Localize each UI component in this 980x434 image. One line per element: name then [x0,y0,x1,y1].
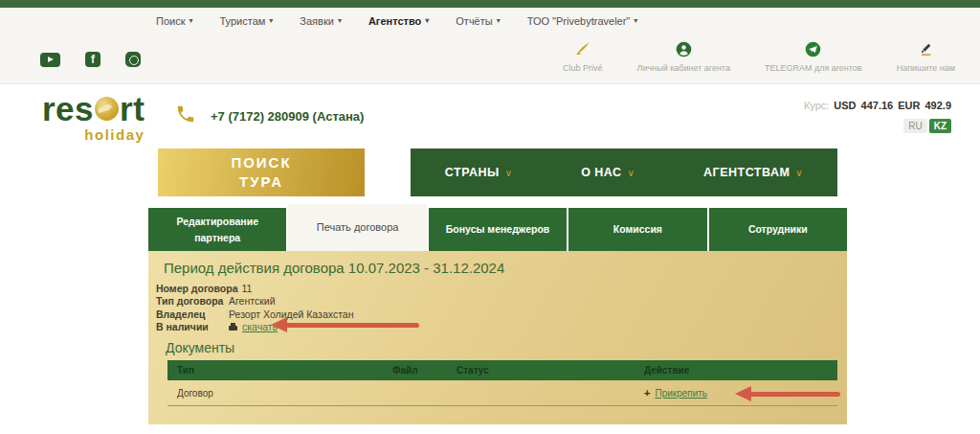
brand-name: res rt [42,92,145,126]
lang-kz-button[interactable]: KZ [929,119,951,133]
pencil-icon [918,40,933,57]
lang-ru-button[interactable]: RU [903,119,926,133]
topnav-item-reports[interactable]: Отчёты ▾ [456,15,500,27]
top-navigation: Поиск ▾ Туристам ▾ Заявки ▾ Агентство ▾ … [156,15,637,27]
chevron-down-icon: ∨ [628,168,635,178]
phone-icon [175,103,196,128]
instagram-icon[interactable] [125,52,141,67]
topnav-item-label: ТОО "Privebytraveler" [527,15,631,27]
logo-palm-icon [95,97,119,121]
menu-item-countries[interactable]: СТРАНЫ ∨ [445,166,513,179]
rates-usd-currency: USD [834,100,856,111]
chevron-down-icon: ▾ [425,17,429,25]
printer-icon [229,323,237,331]
column-header-type: Тип [177,365,392,376]
header: Поиск ▾ Туристам ▾ Заявки ▾ Агентство ▾ … [0,8,980,84]
attach-link[interactable]: Прикрепить [655,388,707,399]
tour-search-line2: ТУРА [239,172,283,192]
facebook-icon[interactable] [85,52,100,67]
brand-name-part2: rt [120,92,145,126]
quicklink-label: TELEGRAM для агентов [765,63,862,73]
rates-eur-currency: EUR [898,100,920,111]
quick-links: Club Privé Личный кабинет агента TELEGRA… [563,40,955,73]
brand-tagline: holiday [84,126,145,143]
topnav-item-label: Отчёты [456,15,492,27]
annotation-arrow-attach [735,386,840,401]
currency-rates: Курс: USD 447.16 EUR 492.9 [804,100,951,111]
user-circle-icon [676,40,692,57]
tab-commission[interactable]: Комиссия [568,208,706,251]
chevron-down-icon: ▾ [497,17,501,25]
chevron-down-icon: ∨ [505,168,513,178]
brand-logo[interactable]: res rt holiday [42,92,145,143]
quicklink-agent-cabinet[interactable]: Личный кабинет агента [637,40,730,73]
tab-employees[interactable]: Сотрудники [709,208,847,251]
contract-availability-label: В наличии [156,321,229,332]
menu-item-label: СТРАНЫ [445,166,500,179]
chevron-down-icon: ▾ [269,17,273,25]
contact-phone[interactable]: +7 (7172) 280909 (Астана) [175,103,364,128]
menu-item-label: О НАС [581,166,621,179]
contract-type-label: Тип договора [156,295,229,307]
contract-number-label: Номер договора [156,283,242,294]
partner-tabs: Редактирование партнера Печать договора … [148,208,847,251]
topnav-item-requests[interactable]: Заявки ▾ [300,15,342,27]
topnav-item-agency[interactable]: Агентство ▾ [368,15,429,27]
rates-usd-value: 447.16 [861,100,894,111]
contract-owner-label: Владелец [156,308,229,320]
topnav-item-label: Туристам [220,15,266,27]
chevron-down-icon: ▾ [338,17,342,25]
language-switcher: RU KZ [903,119,951,133]
annotation-arrow-download [271,317,419,332]
rates-eur-value: 492.9 [924,100,951,111]
youtube-icon[interactable] [40,53,60,67]
topnav-item-label: Поиск [156,15,185,27]
tab-manager-bonuses[interactable]: Бонусы менеджеров [429,208,567,251]
phone-number: +7 (7172) 280909 (Астана) [211,109,364,124]
column-header-action: Действие [644,365,828,376]
quicklink-write-us[interactable]: Напишите нам [897,40,955,73]
plus-icon: + [644,387,650,399]
contract-panel: Период действия договора 10.07.2023 - 31… [148,251,847,424]
brand-name-part1: res [42,92,94,126]
chevron-down-icon: ∨ [795,168,803,178]
quicklink-club-prive[interactable]: Club Privé [563,40,603,73]
documents-table-header: Тип Файл Статус Действие [167,360,837,380]
contract-period-title: Период действия договора 10.07.2023 - 31… [164,260,504,276]
menu-item-agencies[interactable]: АГЕНТСТВАМ ∨ [703,166,803,179]
quicklink-label: Напишите нам [897,63,955,73]
main-menu: СТРАНЫ ∨ О НАС ∨ АГЕНТСТВАМ ∨ [411,148,837,196]
contract-number-value: 11 [242,283,253,294]
tour-search-line1: ПОИСК [231,153,291,172]
topnav-item-tourists[interactable]: Туристам ▾ [220,15,274,27]
menu-item-label: АГЕНТСТВАМ [703,166,790,179]
contract-type-row: Тип договора Агентский [156,295,353,308]
topnav-item-search[interactable]: Поиск ▾ [156,15,193,27]
quicklink-label: Личный кабинет агента [637,63,730,73]
social-links [40,52,141,67]
topnav-item-label: Заявки [300,15,334,27]
contract-number-row: Номер договора 11 [156,282,353,295]
tab-print-contract[interactable]: Печать договора [288,204,426,251]
rates-label: Курс: [804,100,829,111]
menu-item-about[interactable]: О НАС ∨ [581,166,635,179]
top-green-bar [0,0,980,8]
chevron-down-icon: ▾ [189,17,192,25]
tour-search-button[interactable]: ПОИСК ТУРА [158,148,365,196]
quicklink-label: Club Privé [563,63,603,73]
topnav-item-label: Агентство [368,15,421,27]
chevron-down-icon: ▾ [634,17,637,25]
arrow-shaft [749,392,840,397]
column-header-file: Файл [392,365,457,376]
topnav-item-company[interactable]: ТОО "Privebytraveler" ▾ [527,15,638,27]
page: Поиск ▾ Туристам ▾ Заявки ▾ Агентство ▾ … [0,0,980,434]
tab-edit-partner[interactable]: Редактирование партнера [148,208,286,251]
quill-icon [574,40,591,57]
contract-type-value: Агентский [229,295,276,307]
arrow-shaft [285,323,419,328]
column-header-status: Статус [457,365,644,376]
document-type-cell: Договор [177,388,392,399]
documents-heading: Документы [166,340,234,355]
telegram-icon [805,40,821,57]
quicklink-telegram[interactable]: TELEGRAM для агентов [765,40,862,73]
